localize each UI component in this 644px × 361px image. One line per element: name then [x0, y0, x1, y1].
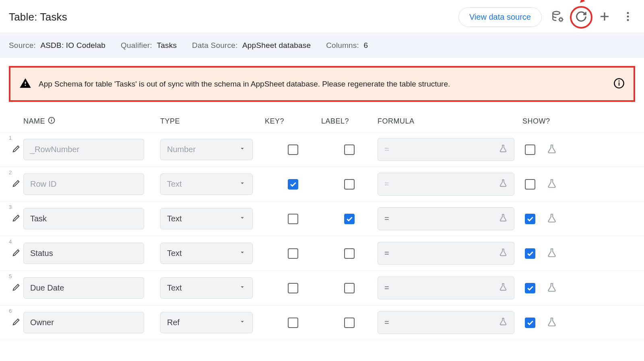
label-checkbox[interactable]: [344, 318, 355, 328]
formula-value: =: [384, 249, 389, 258]
column-type-value: Text: [167, 283, 182, 293]
warning-message: App Schema for table 'Tasks' is out of s…: [39, 80, 606, 89]
qualifier-label: Qualifier:: [121, 41, 152, 50]
column-row: 3 Task Text =: [0, 202, 644, 236]
label-checkbox[interactable]: [344, 179, 355, 190]
formula-input[interactable]: =: [378, 242, 514, 265]
column-type-select[interactable]: Text: [160, 173, 253, 195]
column-name-input[interactable]: Task: [23, 208, 144, 229]
svg-point-3: [627, 12, 629, 14]
show-checkbox[interactable]: [525, 179, 535, 190]
qualifier-value: Tasks: [157, 41, 177, 50]
warning-info-button[interactable]: [613, 78, 625, 90]
show-expression-button[interactable]: [547, 213, 557, 225]
pencil-icon: [12, 144, 21, 155]
column-type-select[interactable]: Text: [160, 277, 253, 299]
row-index: 3: [9, 204, 12, 210]
row-index: 1: [9, 135, 12, 141]
label-checkbox[interactable]: [344, 144, 355, 155]
edit-column-button[interactable]: [9, 248, 23, 258]
formula-input[interactable]: =: [378, 173, 514, 196]
show-checkbox[interactable]: [525, 144, 535, 155]
plus-icon: [599, 10, 611, 24]
show-checkbox[interactable]: [525, 283, 535, 293]
label-checkbox[interactable]: [344, 283, 355, 293]
key-checkbox[interactable]: [288, 179, 298, 190]
label-checkbox[interactable]: [344, 248, 355, 259]
show-expression-button[interactable]: [547, 282, 557, 294]
page-title: Table: Tasks: [9, 11, 67, 23]
row-index: 4: [9, 239, 12, 245]
key-checkbox[interactable]: [288, 318, 298, 328]
column-name-input[interactable]: Due Date: [23, 277, 144, 299]
pencil-icon: [12, 179, 21, 189]
arrow-annotation: [576, 0, 588, 8]
edit-column-button[interactable]: [9, 214, 23, 224]
column-type-select[interactable]: Ref: [160, 312, 253, 333]
label-checkbox[interactable]: [344, 214, 355, 224]
column-row: 6 Owner Ref =: [0, 305, 644, 340]
source-label: Source:: [9, 41, 36, 50]
formula-value: =: [384, 179, 389, 189]
key-checkbox[interactable]: [288, 214, 298, 224]
flask-icon: [499, 213, 508, 224]
column-type-select[interactable]: Text: [160, 208, 253, 229]
show-expression-button[interactable]: [547, 144, 557, 155]
datasource-value: AppSheet database: [242, 41, 311, 50]
header-bar: Table: Tasks View data source: [0, 0, 644, 33]
key-checkbox[interactable]: [288, 248, 298, 259]
formula-value: =: [384, 145, 389, 154]
show-checkbox[interactable]: [525, 248, 535, 259]
edit-column-button[interactable]: [9, 144, 23, 155]
row-index: 2: [9, 169, 12, 175]
info-icon[interactable]: [47, 116, 56, 126]
flask-icon: [499, 248, 508, 259]
datasource-settings-button[interactable]: [551, 10, 565, 25]
header-key: KEY?: [265, 117, 284, 126]
formula-input[interactable]: =: [378, 138, 514, 161]
flask-icon: [547, 183, 557, 190]
database-gear-icon: [552, 10, 564, 24]
row-index: 5: [9, 273, 12, 279]
column-name-input[interactable]: Status: [23, 243, 144, 264]
schema-warning: App Schema for table 'Tasks' is out of s…: [9, 66, 635, 102]
column-type-select[interactable]: Number: [160, 139, 253, 160]
more-menu-button[interactable]: [621, 10, 635, 25]
pencil-icon: [12, 318, 21, 328]
show-expression-button[interactable]: [547, 178, 557, 190]
column-type-select[interactable]: Text: [160, 243, 253, 264]
edit-column-button[interactable]: [9, 318, 23, 328]
svg-point-11: [51, 118, 52, 119]
edit-column-button[interactable]: [9, 179, 23, 189]
column-name-input[interactable]: Row ID: [23, 173, 144, 195]
flask-icon: [547, 218, 557, 225]
column-name-input[interactable]: Owner: [23, 312, 144, 333]
chevron-down-icon: [239, 145, 246, 154]
add-button[interactable]: [597, 10, 612, 25]
show-expression-button[interactable]: [547, 248, 557, 259]
view-data-source-button[interactable]: View data source: [458, 7, 542, 27]
key-checkbox[interactable]: [288, 144, 298, 155]
svg-point-0: [553, 12, 560, 15]
key-checkbox[interactable]: [288, 283, 298, 293]
column-headers: NAME TYPE KEY? LABEL? FORMULA SHOW?: [0, 105, 644, 132]
show-expression-button[interactable]: [547, 317, 557, 328]
show-checkbox[interactable]: [525, 318, 535, 328]
column-name-input[interactable]: _RowNumber: [23, 139, 144, 160]
formula-input[interactable]: =: [378, 276, 514, 299]
formula-input[interactable]: =: [378, 207, 514, 230]
header-type: TYPE: [160, 117, 180, 126]
column-row: 2 Row ID Text =: [0, 167, 644, 202]
edit-column-button[interactable]: [9, 283, 23, 293]
flask-icon: [547, 287, 557, 294]
column-type-value: Number: [167, 145, 196, 154]
formula-input[interactable]: =: [378, 311, 514, 334]
header-formula: FORMULA: [378, 117, 415, 126]
regenerate-button[interactable]: [574, 10, 588, 25]
chevron-down-icon: [239, 318, 246, 327]
show-checkbox[interactable]: [525, 214, 535, 224]
reload-icon: [575, 10, 587, 24]
flask-icon: [499, 317, 508, 328]
formula-value: =: [384, 318, 389, 327]
column-row: 1 _RowNumber Number =: [0, 132, 644, 167]
